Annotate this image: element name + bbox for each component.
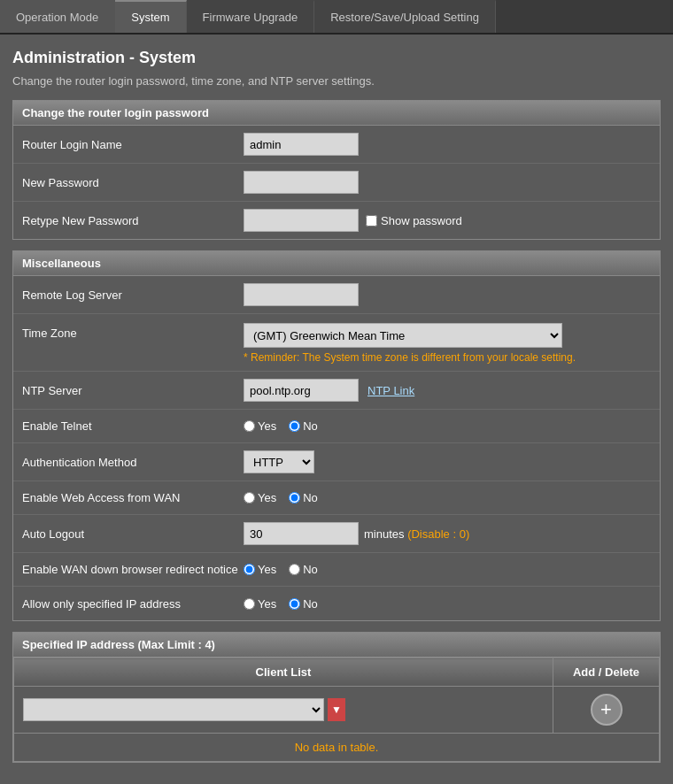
ntp-server-row: NTP Server NTP Link bbox=[13, 372, 660, 410]
show-password-label[interactable]: Show password bbox=[366, 214, 462, 227]
allow-ip-yes-radio[interactable] bbox=[244, 598, 255, 610]
remote-log-server-label: Remote Log Server bbox=[22, 288, 244, 302]
time-zone-control: (GMT) Greenwich Mean Time * Reminder: Th… bbox=[244, 323, 651, 364]
ip-dropdown-select[interactable] bbox=[23, 698, 324, 721]
time-zone-row: Time Zone (GMT) Greenwich Mean Time * Re… bbox=[13, 314, 660, 372]
timezone-select[interactable]: (GMT) Greenwich Mean Time bbox=[244, 323, 562, 348]
ntp-server-control: NTP Link bbox=[244, 379, 651, 402]
password-section-header: Change the router login password bbox=[13, 101, 660, 126]
specified-ip-header: Specified IP address (Max Limit : 4) bbox=[13, 633, 660, 657]
ip-dropdown-arrow-btn[interactable]: ▼ bbox=[328, 698, 345, 721]
telnet-yes-radio[interactable] bbox=[244, 420, 255, 432]
allow-ip-yes-text: Yes bbox=[258, 597, 276, 611]
remote-log-server-input[interactable] bbox=[244, 283, 359, 306]
retype-password-control: Show password bbox=[244, 209, 651, 232]
auto-logout-suffix-text: minutes (Disable : 0) bbox=[364, 527, 469, 541]
tab-restore-save-upload[interactable]: Restore/Save/Upload Setting bbox=[314, 0, 496, 33]
remote-log-server-row: Remote Log Server bbox=[13, 276, 660, 314]
specified-ip-section: Specified IP address (Max Limit : 4) Cli… bbox=[12, 632, 661, 763]
no-data-text: No data in table. bbox=[14, 734, 660, 762]
show-password-text: Show password bbox=[381, 214, 462, 227]
allow-ip-radio-group: Yes No bbox=[244, 597, 325, 611]
auto-logout-input[interactable] bbox=[244, 522, 359, 545]
router-login-name-label: Router Login Name bbox=[22, 138, 244, 151]
telnet-yes-label[interactable]: Yes bbox=[244, 419, 276, 433]
allow-ip-control: Yes No bbox=[244, 597, 651, 611]
password-section: Change the router login password Router … bbox=[12, 100, 661, 240]
wan-redirect-yes-text: Yes bbox=[258, 563, 276, 576]
page-title: Administration - System bbox=[12, 49, 661, 67]
apply-bar: Apply bbox=[12, 773, 661, 784]
wan-redirect-no-label[interactable]: No bbox=[289, 563, 318, 576]
ip-dropdown-td: ▼ bbox=[14, 687, 553, 734]
time-zone-label: Time Zone bbox=[22, 323, 244, 340]
wan-redirect-no-text: No bbox=[303, 563, 318, 576]
ntp-server-label: NTP Server bbox=[22, 384, 244, 397]
telnet-no-label[interactable]: No bbox=[289, 419, 318, 433]
wan-redirect-no-radio[interactable] bbox=[289, 564, 300, 575]
wan-redirect-label: Enable WAN down browser redirect notice bbox=[22, 563, 244, 576]
enable-telnet-row: Enable Telnet Yes No bbox=[13, 410, 660, 443]
auth-method-label: Authentication Method bbox=[22, 456, 244, 469]
enable-telnet-label: Enable Telnet bbox=[22, 419, 244, 433]
new-password-control bbox=[244, 171, 651, 194]
web-access-no-radio[interactable] bbox=[289, 492, 300, 503]
auto-logout-control: minutes (Disable : 0) bbox=[244, 522, 651, 545]
auto-logout-wrapper: minutes (Disable : 0) bbox=[244, 522, 469, 545]
router-login-name-row: Router Login Name bbox=[13, 126, 660, 164]
web-access-row: Enable Web Access from WAN Yes No bbox=[13, 481, 660, 515]
auto-logout-row: Auto Logout minutes (Disable : 0) bbox=[13, 515, 660, 553]
auth-method-select[interactable]: HTTP HTTPS bbox=[244, 450, 314, 473]
add-delete-td: + bbox=[553, 687, 660, 734]
wan-redirect-radio-group: Yes No bbox=[244, 563, 325, 576]
tab-bar: Operation Mode System Firmware Upgrade R… bbox=[0, 0, 673, 35]
enable-telnet-radio-group: Yes No bbox=[244, 419, 325, 433]
auth-method-row: Authentication Method HTTP HTTPS bbox=[13, 443, 660, 481]
web-access-no-text: No bbox=[303, 491, 318, 504]
ip-table: Client List Add / Delete ▼ bbox=[13, 657, 660, 762]
web-access-label: Enable Web Access from WAN bbox=[22, 491, 244, 504]
timezone-wrapper: (GMT) Greenwich Mean Time * Reminder: Th… bbox=[244, 323, 576, 364]
allow-ip-row: Allow only specified IP address Yes No bbox=[13, 587, 660, 620]
web-access-control: Yes No bbox=[244, 491, 651, 504]
allow-ip-no-radio[interactable] bbox=[289, 598, 300, 610]
client-list-col-header: Client List bbox=[14, 658, 553, 687]
tab-operation-mode[interactable]: Operation Mode bbox=[0, 0, 115, 33]
router-login-name-input[interactable] bbox=[244, 133, 359, 156]
web-access-yes-radio[interactable] bbox=[244, 492, 255, 503]
wan-redirect-yes-radio[interactable] bbox=[244, 564, 255, 575]
tab-system[interactable]: System bbox=[115, 0, 186, 33]
auto-logout-label: Auto Logout bbox=[22, 527, 244, 541]
misc-section-header: Miscellaneous bbox=[13, 251, 660, 276]
ip-dropdown-cell: ▼ bbox=[23, 698, 544, 721]
ip-input-row: ▼ + bbox=[14, 687, 660, 734]
allow-ip-yes-label[interactable]: Yes bbox=[244, 597, 276, 611]
show-password-checkbox[interactable] bbox=[366, 215, 377, 227]
ntp-link[interactable]: NTP Link bbox=[367, 384, 414, 397]
tab-firmware-upgrade[interactable]: Firmware Upgrade bbox=[187, 0, 315, 33]
add-ip-button[interactable]: + bbox=[591, 694, 623, 726]
allow-ip-label: Allow only specified IP address bbox=[22, 597, 244, 611]
new-password-label: New Password bbox=[22, 176, 244, 189]
retype-password-label: Retype New Password bbox=[22, 214, 244, 227]
telnet-no-radio[interactable] bbox=[289, 420, 300, 432]
add-delete-col-header: Add / Delete bbox=[553, 658, 660, 687]
retype-password-input[interactable] bbox=[244, 209, 359, 232]
remote-log-server-control bbox=[244, 283, 651, 306]
no-data-row: No data in table. bbox=[14, 734, 660, 762]
wan-redirect-control: Yes No bbox=[244, 563, 651, 576]
web-access-radio-group: Yes No bbox=[244, 491, 325, 504]
allow-ip-no-text: No bbox=[303, 597, 318, 611]
web-access-no-label[interactable]: No bbox=[289, 491, 318, 504]
auth-method-control: HTTP HTTPS bbox=[244, 450, 651, 473]
retype-password-row: Retype New Password Show password bbox=[13, 202, 660, 239]
auto-logout-disable-text: (Disable : 0) bbox=[407, 527, 469, 541]
page-description: Change the router login password, time z… bbox=[12, 74, 661, 88]
wan-redirect-yes-label[interactable]: Yes bbox=[244, 563, 276, 576]
allow-ip-no-label[interactable]: No bbox=[289, 597, 318, 611]
web-access-yes-label[interactable]: Yes bbox=[244, 491, 276, 504]
telnet-yes-text: Yes bbox=[258, 419, 276, 433]
new-password-input[interactable] bbox=[244, 171, 359, 194]
ntp-server-input[interactable] bbox=[244, 379, 359, 402]
enable-telnet-control: Yes No bbox=[244, 419, 651, 433]
